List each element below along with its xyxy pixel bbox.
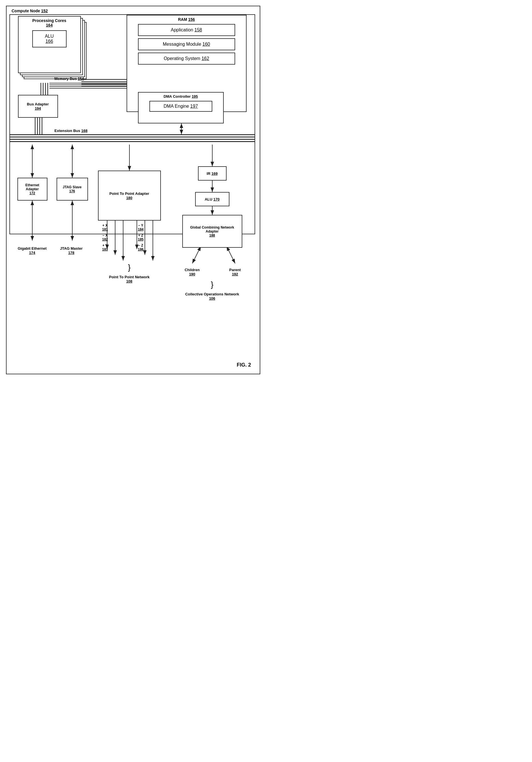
- point-to-point-adapter-box: Point To Point Adapter 180: [98, 171, 161, 221]
- jtag-master-label: JTAG Master 178: [56, 246, 87, 255]
- alu-166-box: ALU 166: [32, 30, 67, 47]
- dma-controller-box: DMA Controller 195 DMA Engine 197: [138, 92, 224, 123]
- extension-bus-lines: [9, 134, 255, 145]
- compute-node-label: Compute Node 152: [12, 9, 48, 13]
- dma-engine-box: DMA Engine 197: [149, 101, 212, 112]
- operating-system-box: Operating System 162: [138, 52, 235, 65]
- global-combining-box: Global Combining Network Adapter 188: [182, 215, 242, 248]
- ptp-brace: }: [95, 264, 164, 271]
- plus-y-label: + Y 183: [98, 243, 112, 252]
- plus-z-label: + Z 185: [134, 233, 148, 241]
- collective-ops-label: Collective Operations Network 106: [181, 292, 244, 301]
- extension-bus-label: Extension Bus 168: [54, 128, 88, 133]
- messaging-module-box: Messaging Module 160: [138, 38, 235, 50]
- memory-bus-label: Memory Bus 154: [54, 77, 84, 81]
- gigabit-ethernet-label: Gigabit Ethernet 174: [15, 246, 49, 255]
- fig-label: FIG. 2: [237, 362, 251, 368]
- memory-bus-lines: [49, 83, 126, 91]
- minus-y-label: − Y 184: [134, 223, 148, 231]
- alu-170-box: ALU 170: [195, 192, 229, 206]
- processing-cores-box: Processing Cores 164 ALU 166: [18, 16, 81, 73]
- parent-label: Parent 192: [224, 268, 247, 276]
- ptp-network-label: Point To Point Network 108: [95, 275, 164, 283]
- con-brace: }: [178, 280, 247, 289]
- plus-x-label: + X 181: [98, 223, 112, 231]
- svg-line-30: [227, 246, 235, 264]
- minus-z-label: − Z 186: [134, 243, 148, 252]
- diagram-page: Compute Node 152 RAM 156 Application 158…: [6, 6, 260, 374]
- ethernet-adapter-box: Ethernet Adapter 172: [18, 178, 47, 200]
- jtag-slave-box: JTAG Slave 176: [56, 178, 88, 200]
- application-box: Application 158: [138, 24, 235, 36]
- children-label: Children 190: [180, 268, 205, 276]
- bus-adapter-box: Bus Adapter 194: [18, 95, 58, 118]
- svg-line-29: [192, 246, 201, 264]
- ir-box: IR 169: [198, 166, 227, 181]
- minus-x-label: − X 182: [98, 233, 112, 241]
